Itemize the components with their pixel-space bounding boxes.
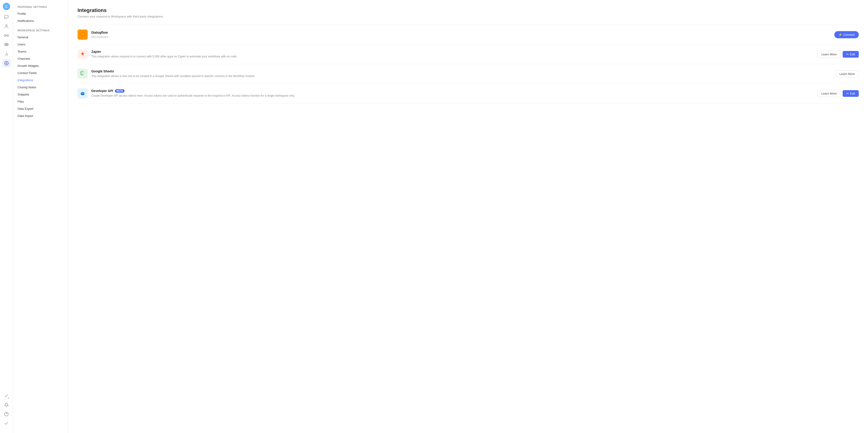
dialogflow-actions: ⚡ Connect <box>834 31 859 38</box>
svg-point-1 <box>6 35 7 36</box>
svg-rect-4 <box>7 44 8 45</box>
check-nav-icon[interactable] <box>2 419 10 428</box>
icon-sidebar: C <box>0 0 13 433</box>
reports-nav-icon[interactable] <box>2 50 10 58</box>
icon-sidebar-bottom <box>2 392 10 430</box>
zapier-edit-button[interactable]: ✏ Edit <box>843 51 859 58</box>
sidebar-item-general[interactable]: General <box>13 34 68 41</box>
avatar[interactable]: C <box>3 3 10 10</box>
svg-point-0 <box>5 25 7 26</box>
integration-row-developer-api: Developer API BETA Create Developer API … <box>78 84 859 103</box>
zapier-name: Zapier <box>91 50 814 54</box>
google-sheets-icon: A B C <box>78 69 88 79</box>
page-subtitle: Connect your respond.io Workspace with t… <box>78 15 859 18</box>
developer-api-actions: Learn More ✏ Edit <box>817 90 859 97</box>
broadcast-nav-icon[interactable] <box>2 31 10 40</box>
connect-icon: ⚡ <box>838 33 842 36</box>
sidebar-item-data-export[interactable]: Data Export <box>13 105 68 112</box>
integration-list: Dialogflow Disconnected ⚡ Connect Zapier… <box>78 25 859 103</box>
workspace-settings-title: Workspace Settings <box>13 28 68 34</box>
sidebar-item-closing-notes[interactable]: Closing Notes <box>13 84 68 91</box>
integration-row-zapier: Zapier This integration allows respond.i… <box>78 44 859 64</box>
edit-icon-2: ✏ <box>846 92 849 95</box>
workspace-settings-group: Workspace Settings General Users Teams C… <box>13 28 68 120</box>
developer-api-description: Create Developer API access tokens here.… <box>91 94 814 98</box>
page-title: Integrations <box>78 7 859 13</box>
google-sheets-info: Google Sheets This integration allows a … <box>91 69 832 78</box>
contacts-nav-icon[interactable] <box>2 22 10 30</box>
dialogflow-icon <box>78 30 88 40</box>
status-nav-icon[interactable] <box>2 392 10 400</box>
personal-settings-group: Personal Settings Profile Notifications <box>13 5 68 25</box>
sidebar-item-teams[interactable]: Teams <box>13 48 68 55</box>
developer-api-icon <box>78 88 88 98</box>
messages-nav-icon[interactable] <box>2 13 10 21</box>
dialogflow-info: Dialogflow Disconnected <box>91 31 831 38</box>
integration-row-dialogflow: Dialogflow Disconnected ⚡ Connect <box>78 25 859 44</box>
icon-sidebar-top: C <box>2 3 10 391</box>
sidebar-item-notifications[interactable]: Notifications <box>13 17 68 25</box>
sidebar-item-files[interactable]: Files <box>13 98 68 105</box>
zapier-learn-more-button[interactable]: Learn More <box>817 51 841 58</box>
sidebar-item-contact-fields[interactable]: Contact Fields <box>13 69 68 76</box>
dialogflow-status: Disconnected <box>91 35 831 38</box>
svg-point-16 <box>82 34 83 34</box>
svg-point-12 <box>6 63 7 64</box>
dialogflow-name: Dialogflow <box>91 31 831 34</box>
integration-row-google-sheets: A B C Google Sheets This integration all… <box>78 64 859 84</box>
google-sheets-actions: Learn More <box>836 70 859 77</box>
zapier-icon <box>78 49 88 59</box>
beta-badge: BETA <box>115 89 125 93</box>
sidebar-item-snippets[interactable]: Snippets <box>13 91 68 98</box>
developer-api-learn-more-button[interactable]: Learn More <box>817 90 841 97</box>
sidebar-item-data-import[interactable]: Data Import <box>13 112 68 120</box>
zapier-actions: Learn More ✏ Edit <box>817 51 859 58</box>
settings-sidebar: Personal Settings Profile Notifications … <box>13 0 68 433</box>
main-content: Integrations Connect your respond.io Wor… <box>68 0 868 433</box>
zapier-description: This integration allows respond.io to co… <box>91 55 814 59</box>
svg-text:A B C: A B C <box>82 71 84 72</box>
dialogflow-connect-button[interactable]: ⚡ Connect <box>834 31 859 38</box>
bell-nav-icon[interactable] <box>2 401 10 409</box>
svg-point-17 <box>83 34 84 34</box>
settings-nav-icon[interactable] <box>2 59 10 67</box>
teams-nav-icon[interactable] <box>2 41 10 49</box>
developer-api-name: Developer API BETA <box>91 89 814 93</box>
google-sheets-learn-more-button[interactable]: Learn More <box>836 70 859 77</box>
developer-api-edit-button[interactable]: ✏ Edit <box>843 90 859 97</box>
sidebar-item-growth-widgets[interactable]: Growth Widgets <box>13 62 68 69</box>
svg-point-30 <box>81 93 85 94</box>
google-sheets-name: Google Sheets <box>91 69 832 73</box>
sidebar-item-profile[interactable]: Profile <box>13 10 68 17</box>
zapier-info: Zapier This integration allows respond.i… <box>91 50 814 59</box>
sidebar-item-channels[interactable]: Channels <box>13 55 68 62</box>
google-sheets-description: This integration allows a new row to be … <box>91 74 832 78</box>
developer-api-info: Developer API BETA Create Developer API … <box>91 89 814 98</box>
svg-rect-2 <box>4 44 5 45</box>
edit-icon: ✏ <box>846 53 849 56</box>
sidebar-item-integrations[interactable]: Integrations <box>13 76 68 84</box>
help-nav-icon[interactable] <box>2 410 10 418</box>
sidebar-item-users[interactable]: Users <box>13 41 68 48</box>
svg-rect-3 <box>6 43 7 44</box>
svg-point-15 <box>82 34 82 34</box>
personal-settings-title: Personal Settings <box>13 5 68 10</box>
